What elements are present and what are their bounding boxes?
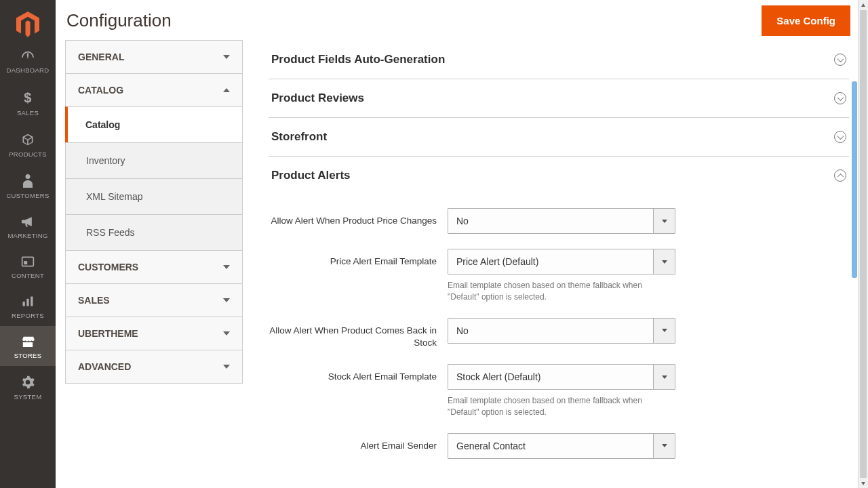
tab-group-catalog[interactable]: CATALOG	[65, 73, 243, 107]
tab-item-inventory[interactable]: Inventory	[65, 142, 243, 179]
svg-text:$: $	[24, 90, 31, 105]
nav-label: STORES	[14, 352, 42, 359]
nav-stores[interactable]: STORES	[0, 326, 56, 366]
svg-rect-5	[31, 297, 33, 306]
nav-label: MARKETING	[7, 232, 47, 239]
page-header: Configuration Save Config	[56, 0, 861, 41]
nav-label: SALES	[17, 109, 39, 117]
section-title: Storefront	[271, 130, 327, 144]
dropdown-arrow-icon	[653, 365, 675, 389]
nav-marketing[interactable]: MARKETING	[0, 206, 56, 246]
field-label: Price Alert Email Template	[269, 249, 448, 268]
select-back-in-stock-alert[interactable]: No	[448, 318, 675, 344]
tab-item-xml-sitemap[interactable]: XML Sitemap	[65, 178, 243, 215]
tab-group-label: CUSTOMERS	[78, 262, 138, 272]
tab-group-advanced[interactable]: ADVANCED	[65, 350, 243, 384]
tab-group-sales[interactable]: SALES	[65, 283, 243, 317]
tab-group-label: GENERAL	[78, 52, 124, 62]
field-label: Alert Email Sender	[269, 433, 448, 452]
field-back-in-stock-alert: Allow Alert When Product Comes Back in S…	[269, 318, 849, 349]
config-content: Product Fields Auto-Generation Product R…	[252, 41, 861, 488]
expand-icon	[834, 92, 846, 104]
field-stock-alert-template: Stock Alert Email Template Stock Alert (…	[269, 364, 849, 418]
field-price-alert-template: Price Alert Email Template Price Alert (…	[269, 249, 849, 303]
select-stock-alert-template[interactable]: Stock Alert (Default)	[448, 364, 675, 390]
nav-label: DASHBOARD	[7, 66, 50, 74]
select-price-change-alert[interactable]: No	[448, 208, 675, 234]
nav-label: REPORTS	[12, 312, 44, 319]
tab-group-ubertheme[interactable]: UBERTHEME	[65, 317, 243, 350]
select-price-alert-template[interactable]: Price Alert (Default)	[448, 249, 675, 274]
scroll-down-arrow-icon[interactable]	[859, 478, 868, 488]
tab-item-rss-feeds[interactable]: RSS Feeds	[65, 214, 243, 251]
page-title: Configuration	[66, 10, 172, 31]
magento-logo[interactable]	[0, 0, 56, 41]
dropdown-arrow-icon	[653, 249, 675, 274]
nav-products[interactable]: PRODUCTS	[0, 123, 56, 165]
select-value: Price Alert (Default)	[448, 249, 653, 274]
scroll-up-arrow-icon[interactable]	[859, 0, 868, 10]
select-value: Stock Alert (Default)	[448, 365, 653, 389]
main-area: GENERAL CATALOG Catalog Inventory XML Si…	[56, 41, 861, 488]
nav-reports[interactable]: REPORTS	[0, 286, 56, 326]
field-alert-email-sender: Alert Email Sender General Contact	[269, 433, 849, 459]
section-title: Product Reviews	[271, 92, 364, 105]
nav-sales[interactable]: $ SALES	[0, 81, 56, 123]
chevron-up-icon	[223, 88, 230, 92]
tab-group-label: ADVANCED	[78, 361, 131, 372]
field-label: Allow Alert When Product Price Changes	[269, 208, 448, 227]
select-value: General Contact	[448, 434, 653, 458]
field-label: Allow Alert When Product Comes Back in S…	[269, 318, 448, 349]
collapse-icon	[834, 169, 846, 182]
expand-icon	[834, 131, 846, 143]
svg-rect-2	[24, 261, 27, 264]
dropdown-arrow-icon	[653, 434, 675, 458]
nav-label: PRODUCTS	[9, 150, 47, 158]
scrollbar-thumb[interactable]	[852, 81, 857, 278]
config-tabs: GENERAL CATALOG Catalog Inventory XML Si…	[56, 41, 252, 488]
section-product-reviews[interactable]: Product Reviews	[269, 79, 849, 118]
tab-group-label: CATALOG	[78, 85, 123, 96]
section-product-alerts[interactable]: Product Alerts	[269, 157, 849, 195]
nav-customers[interactable]: CUSTOMERS	[0, 165, 56, 206]
dropdown-arrow-icon	[653, 319, 675, 343]
product-alerts-fields: Allow Alert When Product Price Changes N…	[269, 195, 849, 488]
chevron-down-icon	[223, 298, 230, 302]
tab-group-label: SALES	[78, 295, 110, 306]
tab-group-general[interactable]: GENERAL	[65, 40, 243, 74]
nav-content[interactable]: CONTENT	[0, 246, 56, 286]
section-title: Product Alerts	[271, 169, 351, 182]
expand-icon	[834, 54, 846, 66]
tab-group-customers[interactable]: CUSTOMERS	[65, 250, 243, 284]
chevron-down-icon	[223, 365, 230, 369]
window-vertical-scrollbar[interactable]	[858, 0, 868, 488]
svg-rect-3	[23, 302, 25, 306]
select-value: No	[448, 209, 653, 233]
select-alert-email-sender[interactable]: General Contact	[448, 433, 675, 459]
nav-label: SYSTEM	[14, 393, 42, 401]
section-storefront[interactable]: Storefront	[269, 118, 849, 157]
save-config-button[interactable]: Save Config	[762, 5, 850, 36]
section-product-fields-autogen[interactable]: Product Fields Auto-Generation	[269, 41, 849, 79]
page-scrollbar[interactable]	[852, 41, 857, 479]
svg-rect-4	[26, 299, 28, 306]
scrollbar-track[interactable]	[859, 10, 868, 478]
field-label: Stock Alert Email Template	[269, 364, 448, 383]
scrollbar-thumb[interactable]	[860, 10, 867, 478]
field-price-change-alert: Allow Alert When Product Price Changes N…	[269, 208, 849, 234]
tab-group-label: UBERTHEME	[78, 328, 138, 339]
section-title: Product Fields Auto-Generation	[271, 53, 445, 66]
tab-items-catalog: Catalog Inventory XML Sitemap RSS Feeds	[65, 106, 243, 251]
chevron-down-icon	[223, 55, 230, 59]
dropdown-arrow-icon	[653, 209, 675, 233]
nav-system[interactable]: SYSTEM	[0, 366, 56, 407]
field-note: Email template chosen based on theme fal…	[448, 280, 675, 303]
field-note: Email template chosen based on theme fal…	[448, 395, 675, 418]
nav-label: CUSTOMERS	[6, 192, 49, 199]
nav-dashboard[interactable]: DASHBOARD	[0, 41, 56, 81]
nav-label: CONTENT	[12, 272, 44, 279]
chevron-down-icon	[223, 265, 230, 269]
tab-item-catalog[interactable]: Catalog	[65, 106, 243, 143]
select-value: No	[448, 319, 653, 343]
admin-nav-rail: DASHBOARD $ SALES PRODUCTS CUSTOMERS MAR…	[0, 0, 56, 488]
